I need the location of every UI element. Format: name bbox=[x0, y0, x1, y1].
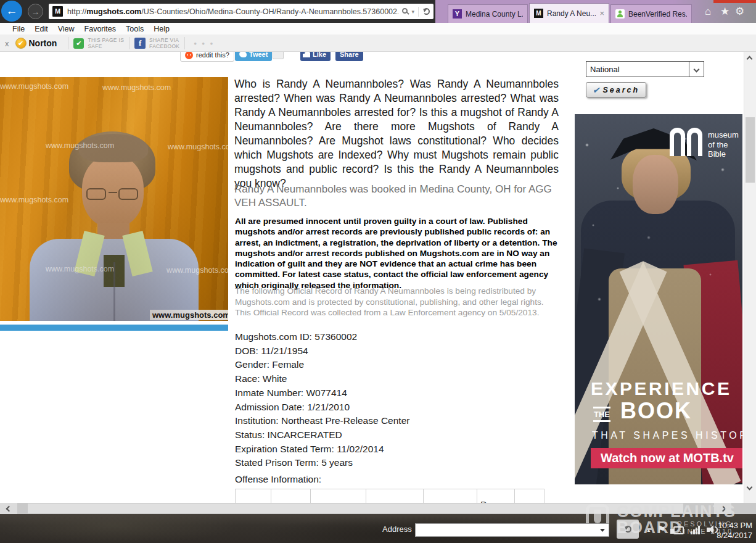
site-favicon: M bbox=[52, 6, 63, 17]
person-shirt bbox=[30, 239, 199, 321]
search-button-label: Search bbox=[603, 86, 640, 94]
scroll-left-arrow[interactable] bbox=[0, 503, 17, 514]
reddit-icon bbox=[185, 52, 193, 59]
motb-logo-text: museum of the Bible bbox=[708, 130, 742, 159]
share-count-widget[interactable] bbox=[273, 52, 284, 59]
hidden-icons-arrow[interactable]: ▲ bbox=[646, 528, 651, 533]
search-icon[interactable] bbox=[402, 8, 408, 14]
search-check-icon: ✔ bbox=[593, 85, 600, 95]
home-icon[interactable]: ⌂ bbox=[705, 6, 711, 18]
shirt-collar bbox=[122, 231, 152, 276]
like-label: Like bbox=[313, 52, 326, 58]
menu-file[interactable]: File bbox=[7, 25, 30, 33]
watermark-text: www.mugshots.com bbox=[46, 141, 114, 150]
record-field: Institution: Northeast Pre-Release Cente… bbox=[235, 414, 556, 428]
url-prefix: http:// bbox=[67, 7, 86, 16]
record-field: DOB: 11/21/1954 bbox=[235, 344, 556, 359]
back-arrow-icon: ← bbox=[6, 4, 18, 18]
record-field: Status: INCARCERATED bbox=[235, 428, 556, 442]
facebook-share-button[interactable]: Share bbox=[335, 52, 363, 61]
share-label: Share bbox=[340, 52, 359, 58]
glasses-icon bbox=[118, 188, 138, 200]
menu-edit[interactable]: Edit bbox=[30, 25, 53, 33]
clock[interactable]: 10:43 PM 8/24/2017 bbox=[714, 521, 752, 541]
share-facebook-label: SHARE VIAFACEBOOK bbox=[149, 37, 179, 49]
back-button[interactable]: ← bbox=[1, 1, 22, 22]
search-caret-icon[interactable]: ▾ bbox=[411, 9, 414, 15]
table-header-cell bbox=[311, 489, 366, 504]
facebook-like-button[interactable]: Like bbox=[300, 52, 331, 61]
toolbar-overflow-dots[interactable]: ● ● ● bbox=[194, 41, 215, 46]
favorites-star-icon[interactable]: ★ bbox=[720, 6, 729, 18]
refresh-icon[interactable] bbox=[423, 8, 430, 15]
safe-check-icon: ✔ bbox=[73, 38, 84, 49]
reddit-label: reddit this? bbox=[196, 52, 229, 59]
taskbar-refresh-button[interactable] bbox=[617, 520, 639, 539]
url-path: /US-Counties/Ohio/Medina-County-OH/Randy… bbox=[141, 7, 398, 16]
photo-caption: www.mugshots.com bbox=[150, 310, 228, 320]
tab-beenverified[interactable]: BeenVerified Res... bbox=[610, 4, 692, 23]
motb-logo-line: of the bbox=[708, 140, 742, 150]
horizontal-scrollbar[interactable] bbox=[0, 503, 756, 514]
window-close-strip bbox=[713, 0, 756, 3]
reddit-share-button[interactable]: reddit this? bbox=[180, 52, 234, 62]
address-label: Address bbox=[382, 524, 412, 534]
region-select[interactable]: National bbox=[586, 61, 704, 77]
ad-tagline: THAT SHAPES HISTORY bbox=[592, 430, 742, 441]
search-button[interactable]: ✔ Search bbox=[586, 82, 646, 97]
yahoo-icon: Y bbox=[453, 9, 462, 19]
record-field: Stated Prison Term: 5 years bbox=[235, 456, 556, 470]
select-dropdown-button[interactable] bbox=[689, 62, 704, 77]
menu-tools[interactable]: Tools bbox=[121, 25, 149, 33]
address-bar[interactable]: M http://mugshots.com/US-Counties/Ohio/M… bbox=[49, 4, 433, 19]
menu-bar: File Edit View Favorites Tools Help bbox=[0, 23, 756, 35]
page-viewport: reddit this? Tweet Like Share bbox=[0, 52, 744, 503]
scroll-right-arrow[interactable] bbox=[714, 503, 731, 514]
address-dropdown-caret[interactable] bbox=[600, 529, 605, 532]
photo-accent-bar bbox=[0, 325, 228, 331]
ad-cta-banner[interactable]: Watch now at MOTB.tv bbox=[591, 448, 742, 468]
scroll-up-arrow[interactable] bbox=[747, 56, 753, 62]
taskbar-address-input[interactable] bbox=[415, 523, 609, 537]
glasses-bridge bbox=[109, 192, 117, 193]
tab-label: Medina County L... bbox=[466, 10, 523, 19]
motb-ad[interactable]: museum of the Bible EXPERIENCE THE BOOK … bbox=[575, 114, 742, 484]
menu-help[interactable]: Help bbox=[149, 25, 175, 33]
settings-gear-icon[interactable]: ⚙ bbox=[735, 6, 744, 18]
url-domain: mugshots.com bbox=[86, 7, 141, 16]
tab-randy-neumannboles[interactable]: M Randy A Neu... × bbox=[529, 3, 609, 23]
menu-favorites[interactable]: Favorites bbox=[80, 25, 121, 33]
menu-view[interactable]: View bbox=[53, 25, 80, 33]
motb-logo-line: Bible bbox=[708, 149, 742, 159]
legal-disclaimer: All are presumed innocent until proven g… bbox=[235, 216, 558, 291]
norton-logo-icon: ✔ bbox=[15, 38, 27, 49]
table-header-cell bbox=[366, 489, 424, 504]
table-header-degree: Degree bbox=[477, 489, 515, 504]
chevron-down-icon bbox=[694, 66, 700, 72]
facebook-icon[interactable]: f bbox=[134, 38, 146, 49]
motb-logo-line: museum bbox=[708, 130, 742, 140]
network-icon[interactable] bbox=[673, 526, 684, 534]
clock-time: 10:43 PM bbox=[714, 521, 752, 531]
tweet-button[interactable]: Tweet bbox=[235, 52, 272, 61]
table-header-cell bbox=[271, 489, 311, 504]
tab-medina-county[interactable]: Y Medina County L... bbox=[448, 4, 528, 23]
forward-button[interactable]: → bbox=[28, 4, 43, 19]
ad-headline: EXPERIENCE bbox=[591, 378, 731, 399]
tab-label: Randy A Neu... bbox=[547, 9, 596, 18]
refresh-icon bbox=[625, 526, 631, 533]
norton-toolbar: x ✔ Norton ✔ THIS PAGE ISSAFE f SHARE VI… bbox=[0, 35, 756, 52]
flag-icon[interactable]: ⚑ bbox=[657, 524, 665, 535]
toolbar-close-button[interactable]: x bbox=[5, 39, 9, 48]
thumb-up-icon bbox=[305, 52, 310, 57]
record-field: Race: White bbox=[235, 372, 556, 386]
signal-bars-icon[interactable] bbox=[691, 525, 703, 534]
horizontal-scroll-thumb[interactable] bbox=[28, 504, 683, 513]
tab-close-icon[interactable]: × bbox=[599, 9, 604, 18]
divider bbox=[129, 37, 129, 49]
table-header-cell bbox=[236, 489, 271, 504]
divider bbox=[418, 7, 419, 17]
vertical-scroll-thumb[interactable] bbox=[746, 117, 755, 183]
vertical-scrollbar[interactable] bbox=[744, 52, 756, 503]
scroll-down-arrow[interactable] bbox=[747, 484, 753, 491]
